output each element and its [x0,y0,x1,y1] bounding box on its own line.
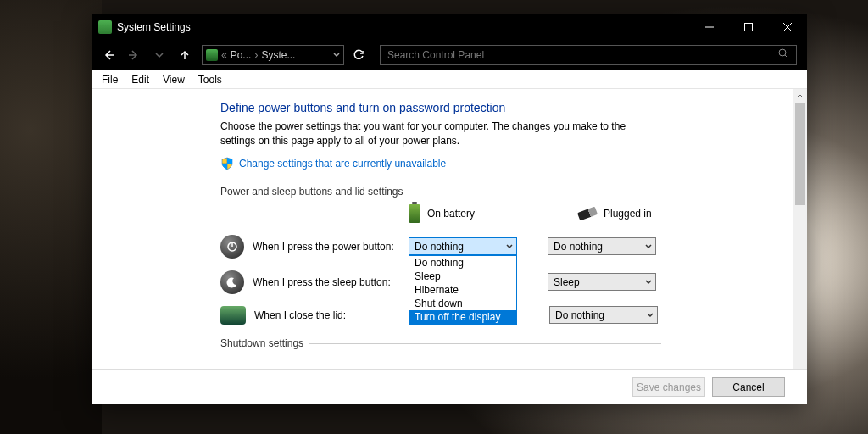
col-on-battery: On battery [427,208,475,220]
nav-toolbar: « Po... › Syste... Search Control Panel [92,40,807,70]
row-power-button: When I press the power button: Do nothin… [220,235,777,259]
chevron-right-icon: › [254,49,258,61]
recent-dropdown[interactable] [147,43,171,67]
search-icon [778,48,789,62]
battery-icon [409,204,420,223]
change-settings-link[interactable]: Change settings that are currently unava… [239,158,446,170]
power-plugged-combo[interactable]: Do nothing [548,237,656,255]
search-placeholder: Search Control Panel [387,49,778,61]
plug-icon [577,206,598,220]
close-button[interactable] [768,14,807,40]
titlebar[interactable]: System Settings [92,14,807,40]
up-button[interactable] [173,43,197,67]
lid-plugged-combo[interactable]: Do nothing [549,306,658,324]
sleep-plugged-combo[interactable]: Sleep [548,273,656,291]
power-icon [206,49,218,61]
forward-button[interactable] [122,43,146,67]
save-button[interactable]: Save changes [632,377,705,397]
section-shutdown: Shutdown settings [220,337,309,349]
content-pane: Define power buttons and turn on passwor… [92,89,793,369]
power-battery-combo[interactable]: Do nothing Do nothing Sleep Hibernate Sh… [409,237,517,255]
breadcrumb-1[interactable]: Po... [231,49,252,61]
opt-do-nothing[interactable]: Do nothing [409,256,516,270]
opt-turn-off-display[interactable]: Turn off the display [409,310,516,324]
menu-file[interactable]: File [97,72,123,87]
address-dropdown-icon[interactable] [333,49,340,61]
svg-rect-0 [745,24,753,31]
lid-icon [220,306,246,325]
system-settings-window: System Settings « Po... › Syste... Searc… [92,14,807,404]
chevron-down-icon [647,309,654,321]
address-bar[interactable]: « Po... › Syste... [202,45,344,65]
shield-icon [220,157,234,170]
col-plugged-in: Plugged in [604,208,652,220]
opt-sleep[interactable]: Sleep [409,270,516,283]
menu-tools[interactable]: Tools [193,72,227,87]
chevron-down-icon [506,241,513,253]
scroll-up-icon[interactable] [793,89,807,103]
app-icon [98,20,112,34]
opt-shut-down[interactable]: Shut down [409,297,516,310]
maximize-button[interactable] [729,14,768,40]
scrollbar-thumb[interactable] [795,103,805,205]
chevron-down-icon [645,276,652,288]
refresh-button[interactable] [346,43,371,67]
opt-hibernate[interactable]: Hibernate [409,283,516,297]
minimize-button[interactable] [690,14,729,40]
breadcrumb-2[interactable]: Syste... [261,49,295,61]
menubar: File Edit View Tools [92,70,807,89]
search-input[interactable]: Search Control Panel [380,45,797,65]
row-sleep-label: When I press the sleep button: [253,276,409,288]
menu-edit[interactable]: Edit [126,72,154,87]
section-power-sleep: Power and sleep buttons and lid settings [220,186,777,198]
back-button[interactable] [97,43,120,67]
chevron-left-icon: « [221,49,227,61]
row-power-label: When I press the power button: [253,241,409,253]
cancel-button[interactable]: Cancel [712,377,785,397]
svg-point-1 [779,49,786,56]
power-battery-dropdown: Do nothing Sleep Hibernate Shut down Tur… [409,255,517,325]
chevron-down-icon [645,241,652,253]
page-title: Define power buttons and turn on passwor… [220,101,777,114]
window-title: System Settings [117,21,191,33]
menu-view[interactable]: View [158,72,190,87]
row-lid-label: When I close the lid: [254,309,410,321]
power-button-icon [220,235,244,259]
footer: Save changes Cancel [92,369,807,404]
page-description: Choose the power settings that you want … [220,120,661,148]
vertical-scrollbar[interactable] [793,89,807,369]
sleep-button-icon [220,270,244,294]
